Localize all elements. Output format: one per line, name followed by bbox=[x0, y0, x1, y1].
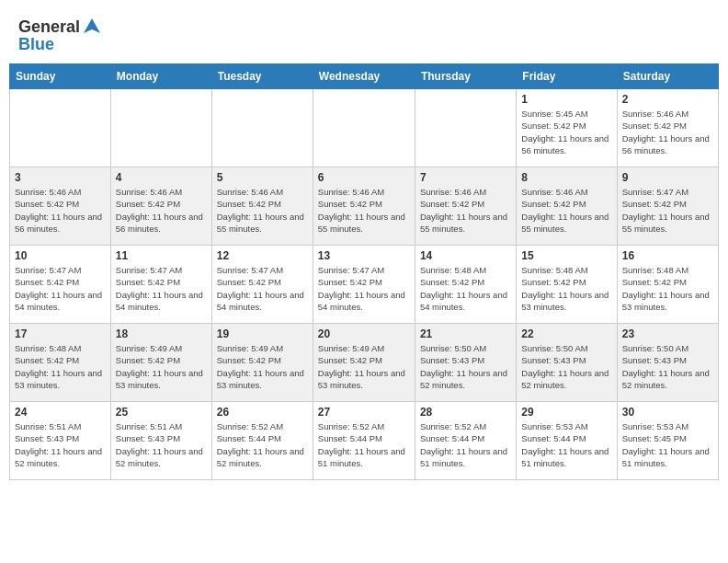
day-cell-1: 1Sunrise: 5:45 AM Sunset: 5:42 PM Daylig… bbox=[517, 89, 617, 167]
day-number: 29 bbox=[521, 406, 611, 419]
day-number: 21 bbox=[420, 327, 511, 340]
day-cell-4: 4Sunrise: 5:46 AM Sunset: 5:42 PM Daylig… bbox=[110, 167, 211, 246]
day-number: 19 bbox=[217, 327, 308, 340]
day-info: Sunrise: 5:48 AM Sunset: 5:42 PM Dayligh… bbox=[420, 264, 511, 313]
day-number: 5 bbox=[217, 171, 308, 184]
page-header: General Blue bbox=[9, 9, 719, 58]
day-info: Sunrise: 5:46 AM Sunset: 5:42 PM Dayligh… bbox=[15, 186, 106, 235]
weekday-thursday: Thursday bbox=[415, 64, 516, 89]
day-cell-16: 16Sunrise: 5:48 AM Sunset: 5:42 PM Dayli… bbox=[617, 246, 718, 324]
day-number: 6 bbox=[318, 171, 410, 184]
day-number: 13 bbox=[318, 249, 410, 262]
day-number: 22 bbox=[521, 327, 611, 340]
calendar-table: SundayMondayTuesdayWednesdayThursdayFrid… bbox=[9, 63, 719, 480]
day-cell-9: 9Sunrise: 5:47 AM Sunset: 5:42 PM Daylig… bbox=[617, 167, 718, 246]
day-number: 10 bbox=[15, 249, 106, 262]
day-info: Sunrise: 5:46 AM Sunset: 5:42 PM Dayligh… bbox=[217, 186, 308, 235]
weekday-monday: Monday bbox=[110, 64, 211, 89]
day-cell-28: 28Sunrise: 5:52 AM Sunset: 5:44 PM Dayli… bbox=[415, 402, 516, 480]
day-cell-6: 6Sunrise: 5:46 AM Sunset: 5:42 PM Daylig… bbox=[313, 167, 415, 246]
day-info: Sunrise: 5:52 AM Sunset: 5:44 PM Dayligh… bbox=[217, 420, 308, 469]
day-number: 27 bbox=[318, 406, 410, 419]
day-cell-15: 15Sunrise: 5:48 AM Sunset: 5:42 PM Dayli… bbox=[517, 246, 617, 324]
day-number: 16 bbox=[622, 249, 713, 262]
day-cell-5: 5Sunrise: 5:46 AM Sunset: 5:42 PM Daylig… bbox=[211, 167, 313, 246]
day-cell-23: 23Sunrise: 5:50 AM Sunset: 5:43 PM Dayli… bbox=[617, 324, 718, 402]
day-cell-22: 22Sunrise: 5:50 AM Sunset: 5:43 PM Dayli… bbox=[517, 324, 617, 402]
day-info: Sunrise: 5:46 AM Sunset: 5:42 PM Dayligh… bbox=[521, 186, 611, 235]
weekday-saturday: Saturday bbox=[617, 64, 718, 89]
day-info: Sunrise: 5:50 AM Sunset: 5:43 PM Dayligh… bbox=[420, 342, 511, 391]
day-number: 3 bbox=[15, 171, 106, 184]
day-cell-3: 3Sunrise: 5:46 AM Sunset: 5:42 PM Daylig… bbox=[10, 167, 111, 246]
day-cell-12: 12Sunrise: 5:47 AM Sunset: 5:42 PM Dayli… bbox=[211, 246, 313, 324]
day-number: 23 bbox=[622, 327, 713, 340]
day-number: 12 bbox=[217, 249, 308, 262]
day-cell-20: 20Sunrise: 5:49 AM Sunset: 5:42 PM Dayli… bbox=[313, 324, 415, 402]
day-cell-25: 25Sunrise: 5:51 AM Sunset: 5:43 PM Dayli… bbox=[110, 402, 211, 480]
day-info: Sunrise: 5:47 AM Sunset: 5:42 PM Dayligh… bbox=[116, 264, 207, 313]
day-info: Sunrise: 5:48 AM Sunset: 5:42 PM Dayligh… bbox=[15, 342, 106, 391]
day-number: 30 bbox=[622, 406, 713, 419]
weekday-tuesday: Tuesday bbox=[211, 64, 313, 89]
day-number: 25 bbox=[116, 406, 207, 419]
day-cell-24: 24Sunrise: 5:51 AM Sunset: 5:43 PM Dayli… bbox=[10, 402, 111, 480]
day-cell-30: 30Sunrise: 5:53 AM Sunset: 5:45 PM Dayli… bbox=[617, 402, 718, 480]
day-number: 1 bbox=[521, 93, 611, 106]
day-info: Sunrise: 5:52 AM Sunset: 5:44 PM Dayligh… bbox=[318, 420, 410, 469]
logo-blue: Blue bbox=[18, 35, 54, 54]
calendar-week-5: 24Sunrise: 5:51 AM Sunset: 5:43 PM Dayli… bbox=[10, 402, 719, 480]
day-cell-10: 10Sunrise: 5:47 AM Sunset: 5:42 PM Dayli… bbox=[10, 246, 111, 324]
day-info: Sunrise: 5:49 AM Sunset: 5:42 PM Dayligh… bbox=[318, 342, 410, 391]
day-number: 28 bbox=[420, 406, 511, 419]
day-number: 20 bbox=[318, 327, 410, 340]
day-number: 7 bbox=[420, 171, 511, 184]
day-number: 4 bbox=[116, 171, 207, 184]
day-info: Sunrise: 5:50 AM Sunset: 5:43 PM Dayligh… bbox=[521, 342, 611, 391]
weekday-friday: Friday bbox=[517, 64, 617, 89]
day-number: 26 bbox=[217, 406, 308, 419]
day-info: Sunrise: 5:53 AM Sunset: 5:44 PM Dayligh… bbox=[521, 420, 611, 469]
day-info: Sunrise: 5:47 AM Sunset: 5:42 PM Dayligh… bbox=[318, 264, 410, 313]
svg-marker-0 bbox=[84, 18, 100, 33]
day-cell-13: 13Sunrise: 5:47 AM Sunset: 5:42 PM Dayli… bbox=[313, 246, 415, 324]
day-cell-7: 7Sunrise: 5:46 AM Sunset: 5:42 PM Daylig… bbox=[415, 167, 516, 246]
day-cell-21: 21Sunrise: 5:50 AM Sunset: 5:43 PM Dayli… bbox=[415, 324, 516, 402]
day-info: Sunrise: 5:51 AM Sunset: 5:43 PM Dayligh… bbox=[116, 420, 207, 469]
logo: General Blue bbox=[18, 17, 102, 54]
empty-cell bbox=[313, 89, 415, 167]
day-info: Sunrise: 5:46 AM Sunset: 5:42 PM Dayligh… bbox=[318, 186, 410, 235]
day-info: Sunrise: 5:49 AM Sunset: 5:42 PM Dayligh… bbox=[116, 342, 207, 391]
weekday-header-row: SundayMondayTuesdayWednesdayThursdayFrid… bbox=[10, 64, 719, 89]
calendar-week-1: 1Sunrise: 5:45 AM Sunset: 5:42 PM Daylig… bbox=[10, 89, 719, 167]
weekday-sunday: Sunday bbox=[10, 64, 111, 89]
day-info: Sunrise: 5:47 AM Sunset: 5:42 PM Dayligh… bbox=[217, 264, 308, 313]
day-info: Sunrise: 5:50 AM Sunset: 5:43 PM Dayligh… bbox=[622, 342, 713, 391]
day-info: Sunrise: 5:48 AM Sunset: 5:42 PM Dayligh… bbox=[521, 264, 611, 313]
day-number: 11 bbox=[116, 249, 207, 262]
day-cell-27: 27Sunrise: 5:52 AM Sunset: 5:44 PM Dayli… bbox=[313, 402, 415, 480]
day-cell-8: 8Sunrise: 5:46 AM Sunset: 5:42 PM Daylig… bbox=[517, 167, 617, 246]
empty-cell bbox=[10, 89, 111, 167]
logo-general: General bbox=[18, 17, 80, 37]
day-cell-29: 29Sunrise: 5:53 AM Sunset: 5:44 PM Dayli… bbox=[517, 402, 617, 480]
day-cell-26: 26Sunrise: 5:52 AM Sunset: 5:44 PM Dayli… bbox=[211, 402, 313, 480]
day-cell-18: 18Sunrise: 5:49 AM Sunset: 5:42 PM Dayli… bbox=[110, 324, 211, 402]
day-cell-17: 17Sunrise: 5:48 AM Sunset: 5:42 PM Dayli… bbox=[10, 324, 111, 402]
calendar-week-3: 10Sunrise: 5:47 AM Sunset: 5:42 PM Dayli… bbox=[10, 246, 719, 324]
day-info: Sunrise: 5:49 AM Sunset: 5:42 PM Dayligh… bbox=[217, 342, 308, 391]
day-info: Sunrise: 5:46 AM Sunset: 5:42 PM Dayligh… bbox=[420, 186, 511, 235]
calendar-body: 1Sunrise: 5:45 AM Sunset: 5:42 PM Daylig… bbox=[10, 89, 719, 480]
day-info: Sunrise: 5:47 AM Sunset: 5:42 PM Dayligh… bbox=[622, 186, 713, 235]
day-info: Sunrise: 5:45 AM Sunset: 5:42 PM Dayligh… bbox=[521, 108, 611, 156]
empty-cell bbox=[415, 89, 516, 167]
logo-icon bbox=[82, 17, 102, 37]
weekday-wednesday: Wednesday bbox=[313, 64, 415, 89]
day-number: 24 bbox=[15, 406, 106, 419]
day-cell-14: 14Sunrise: 5:48 AM Sunset: 5:42 PM Dayli… bbox=[415, 246, 516, 324]
day-info: Sunrise: 5:52 AM Sunset: 5:44 PM Dayligh… bbox=[420, 420, 511, 469]
day-cell-11: 11Sunrise: 5:47 AM Sunset: 5:42 PM Dayli… bbox=[110, 246, 211, 324]
day-number: 8 bbox=[521, 171, 611, 184]
calendar-week-4: 17Sunrise: 5:48 AM Sunset: 5:42 PM Dayli… bbox=[10, 324, 719, 402]
day-number: 18 bbox=[116, 327, 207, 340]
